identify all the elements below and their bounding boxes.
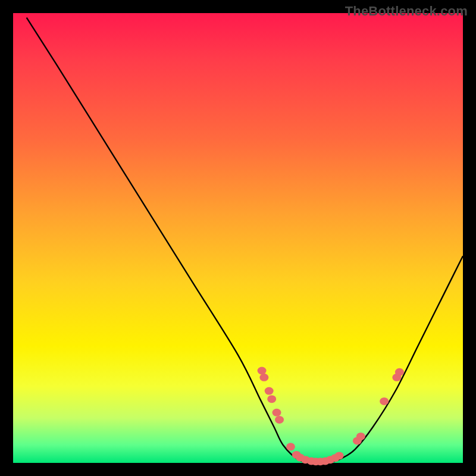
curve-marker (275, 416, 284, 424)
chart-svg (13, 13, 463, 463)
curve-marker (356, 433, 365, 440)
curve-marker (380, 397, 389, 405)
curve-marker (267, 395, 276, 403)
curve-marker (273, 409, 281, 416)
curve-marker (335, 452, 344, 459)
curve-markers (258, 367, 404, 466)
chart-frame (13, 13, 463, 463)
curve-marker (259, 374, 268, 381)
watermark-text: TheBottleneck.com (345, 4, 468, 19)
curve-marker (258, 367, 267, 375)
bottleneck-curve (27, 18, 463, 464)
curve-marker (395, 368, 404, 376)
curve-marker (265, 387, 274, 395)
curve-marker (286, 443, 295, 450)
